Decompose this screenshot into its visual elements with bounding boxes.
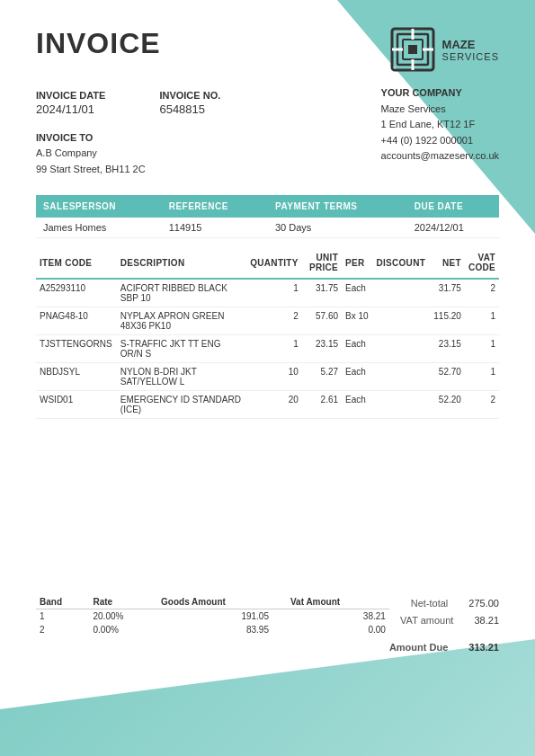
band-col-band: Band: [36, 595, 89, 609]
company-name: YOUR COMPANY: [381, 85, 499, 102]
item-description: EMERGENCY ID STANDARD (ICE): [117, 391, 246, 419]
item-quantity: 2: [246, 307, 302, 335]
item-vat-code: 1: [465, 363, 499, 391]
item-unit-price: 5.27: [302, 363, 342, 391]
maze-logo-icon: [390, 27, 435, 72]
band-table-wrapper: Band Rate Goods Amount Vat Amount 1 20.0…: [36, 595, 389, 657]
item-per: Each: [342, 391, 372, 419]
item-discount: [372, 335, 429, 363]
vat-amount-label: VAT amount: [400, 612, 453, 630]
item-net: 115.20: [429, 307, 465, 335]
due-date-value: 2024/12/01: [407, 218, 499, 238]
net-total-label: Net-total: [411, 595, 449, 613]
item-unit-price: 2.61: [302, 391, 342, 419]
net-totals: Net-total 275.00 VAT amount 38.21 Amount…: [389, 595, 499, 657]
company-line1: Maze Services: [381, 102, 499, 118]
item-discount: [372, 279, 429, 307]
item-unit-price: 57.60: [302, 307, 342, 335]
table-row: PNAG48-10 NYPLAX APRON GREEN 48X36 PK10 …: [36, 307, 499, 335]
invoice-date-block: INVOICE DATE 2024/11/01: [36, 90, 105, 116]
col-payment-terms: PAYMENT TERMS: [268, 195, 407, 218]
item-code: PNAG48-10: [36, 307, 117, 335]
company-header-name: MAZE SERVICES: [442, 38, 499, 62]
th-vat-code: VAT CODE: [465, 247, 499, 279]
band-goods: 83.95: [157, 623, 287, 636]
item-per: Each: [342, 363, 372, 391]
table-row: TJSTTENGORNS S-TRAFFIC JKT TT ENG OR/N S…: [36, 335, 499, 363]
amount-due-label: Amount Due: [389, 639, 448, 657]
item-discount: [372, 307, 429, 335]
item-net: 31.75: [429, 279, 465, 307]
item-description: S-TRAFFIC JKT TT ENG OR/N S: [117, 335, 246, 363]
item-net: 52.70: [429, 363, 465, 391]
invoice-title: INVOICE: [36, 27, 161, 60]
company-email: accounts@mazeserv.co.uk: [381, 148, 499, 165]
item-quantity: 20: [246, 391, 302, 419]
net-total-row: Net-total 275.00: [389, 595, 499, 613]
item-code: WSID01: [36, 391, 117, 419]
col-reference: REFERENCE: [162, 195, 268, 218]
band-table: Band Rate Goods Amount Vat Amount 1 20.0…: [36, 595, 389, 636]
item-net: 23.15: [429, 335, 465, 363]
company-line2: 1 End Lane, KT12 1F: [381, 117, 499, 133]
item-quantity: 1: [246, 335, 302, 363]
th-unit-price: UNIT PRICE: [302, 247, 342, 279]
item-discount: [372, 391, 429, 419]
invoice-number-label: INVOICE NO.: [159, 90, 220, 101]
item-per: Each: [342, 279, 372, 307]
col-due-date: DUE DATE: [407, 195, 499, 218]
vat-amount-value: 38.21: [474, 615, 499, 626]
items-table: ITEM CODE DESCRIPTION QUANTITY UNIT PRIC…: [36, 247, 499, 419]
th-net: NET: [429, 247, 465, 279]
summary-row: James Homes 114915 30 Days 2024/12/01: [36, 218, 499, 238]
item-per: Bx 10: [342, 307, 372, 335]
payment-terms-value: 30 Days: [268, 218, 407, 238]
th-description: DESCRIPTION: [117, 247, 246, 279]
item-unit-price: 23.15: [302, 335, 342, 363]
band-col-rate: Rate: [89, 595, 157, 609]
salesperson-value: James Homes: [36, 218, 162, 238]
summary-table: SALESPERSON REFERENCE PAYMENT TERMS DUE …: [36, 195, 499, 238]
logo-area: MAZE SERVICES: [390, 27, 499, 72]
band-vat: 0.00: [287, 623, 389, 636]
th-item-code: ITEM CODE: [36, 247, 117, 279]
item-vat-code: 1: [465, 335, 499, 363]
header: INVOICE MAZE SERVICES: [36, 27, 499, 72]
totals-section: Band Rate Goods Amount Vat Amount 1 20.0…: [36, 595, 499, 657]
item-vat-code: 2: [465, 391, 499, 419]
svg-rect-3: [408, 45, 417, 54]
band-rate: 0.00%: [89, 623, 157, 636]
band-goods: 191.05: [157, 609, 287, 623]
invoice-date-value: 2024/11/01: [36, 102, 105, 116]
band-col-goods: Goods Amount: [157, 595, 287, 609]
company-phone: +44 (0) 1922 000001: [381, 133, 499, 149]
band-row: 2 0.00% 83.95 0.00: [36, 623, 389, 636]
item-quantity: 10: [246, 363, 302, 391]
vat-amount-row: VAT amount 38.21: [389, 612, 499, 630]
item-vat-code: 2: [465, 279, 499, 307]
band-num: 1: [36, 609, 89, 623]
table-row: WSID01 EMERGENCY ID STANDARD (ICE) 20 2.…: [36, 391, 499, 419]
band-col-vat: Vat Amount: [287, 595, 389, 609]
item-description: NYLON B-DRI JKT SAT/YELLOW L: [117, 363, 246, 391]
th-discount: DISCOUNT: [372, 247, 429, 279]
band-vat: 38.21: [287, 609, 389, 623]
invoice-number-block: INVOICE NO. 6548815: [159, 90, 220, 116]
reference-value: 114915: [162, 218, 268, 238]
item-description: NYPLAX APRON GREEN 48X36 PK10: [117, 307, 246, 335]
item-net: 52.20: [429, 391, 465, 419]
item-code: TJSTTENGORNS: [36, 335, 117, 363]
col-salesperson: SALESPERSON: [36, 195, 162, 218]
band-row: 1 20.00% 191.05 38.21: [36, 609, 389, 623]
item-discount: [372, 363, 429, 391]
th-per: PER: [342, 247, 372, 279]
item-quantity: 1: [246, 279, 302, 307]
item-unit-price: 31.75: [302, 279, 342, 307]
net-total-value: 275.00: [468, 598, 499, 609]
item-code: A25293110: [36, 279, 117, 307]
band-num: 2: [36, 623, 89, 636]
band-rate: 20.00%: [89, 609, 157, 623]
item-vat-code: 1: [465, 307, 499, 335]
th-quantity: QUANTITY: [246, 247, 302, 279]
invoice-number-value: 6548815: [159, 102, 220, 116]
